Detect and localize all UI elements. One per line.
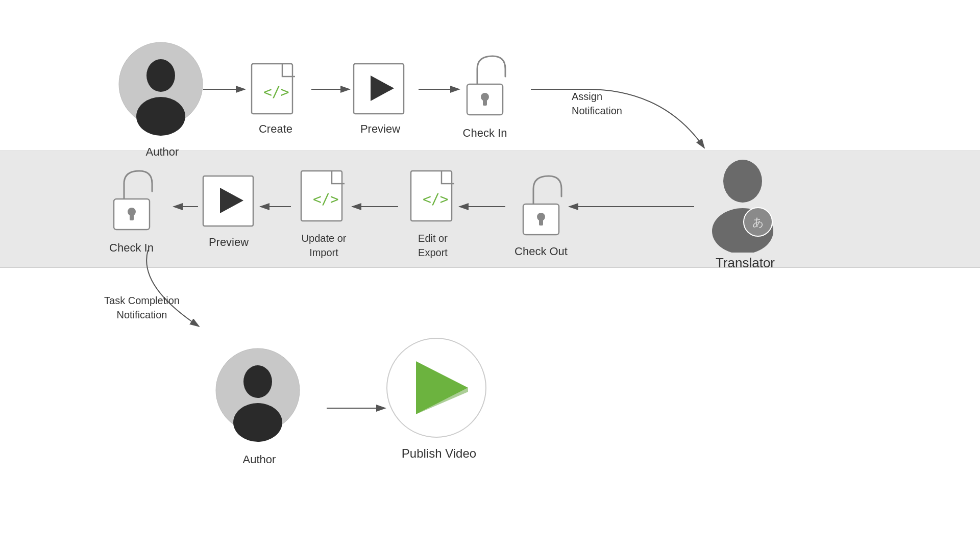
preview-mid-icon <box>201 173 257 230</box>
edit-export-label: Edit or Export <box>402 231 463 260</box>
svg-point-39 <box>233 403 282 442</box>
create-label: Create <box>255 122 296 136</box>
svg-point-21 <box>723 160 762 203</box>
svg-text:</>: </> <box>263 84 289 101</box>
preview-top-label: Preview <box>357 122 403 136</box>
check-in-mid-icon <box>106 168 157 235</box>
update-import-label: Update or Import <box>292 231 356 260</box>
check-in-mid-label: Check In <box>100 241 163 255</box>
translator-icon: あ <box>704 156 781 253</box>
author-top-label: Author <box>127 145 198 159</box>
svg-point-12 <box>146 59 175 92</box>
edit-export-icon: </> <box>408 168 459 224</box>
check-in-top-icon <box>459 54 510 120</box>
author-top-icon <box>117 41 204 143</box>
svg-text:</>: </> <box>423 191 449 208</box>
publish-video-icon <box>385 337 487 439</box>
publish-video-label: Publish Video <box>388 446 490 461</box>
preview-mid-label: Preview <box>206 236 252 249</box>
check-in-top-label: Check In <box>454 127 516 140</box>
svg-rect-20 <box>483 98 487 106</box>
author-bottom-label: Author <box>224 453 295 466</box>
svg-rect-36 <box>130 213 134 220</box>
preview-top-icon <box>351 61 407 117</box>
svg-point-13 <box>136 97 185 136</box>
task-completion-label: Task Completion Notification <box>91 293 193 322</box>
svg-point-38 <box>243 365 272 398</box>
diagram-container: Author </> Create Preview Check In Assig… <box>0 0 980 551</box>
update-import-icon: </> <box>299 168 350 224</box>
check-out-label: Check Out <box>510 245 572 258</box>
assign-notification-label: Assign Notification <box>572 89 674 118</box>
create-icon: </> <box>249 61 300 117</box>
svg-rect-27 <box>539 218 543 226</box>
author-bottom-icon <box>214 347 301 449</box>
svg-text:あ: あ <box>752 216 764 229</box>
translator-label: Translator <box>694 255 796 271</box>
svg-text:</>: </> <box>313 191 339 208</box>
check-out-icon <box>516 173 567 240</box>
